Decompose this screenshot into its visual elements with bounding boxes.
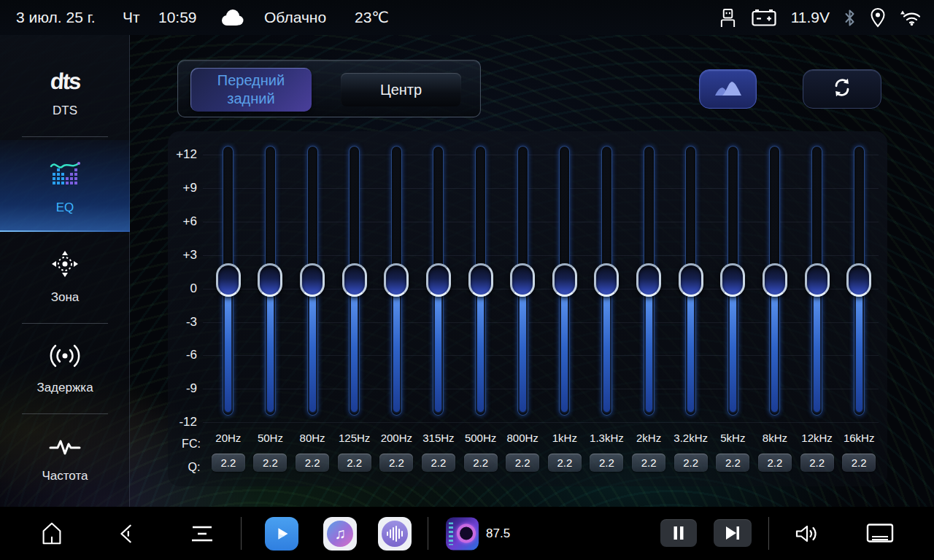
player-app-icon[interactable]	[265, 517, 298, 551]
eq-q-value-button[interactable]: 2.2	[842, 454, 876, 472]
voice-app-icon[interactable]	[378, 517, 412, 551]
sidebar-item-dts[interactable]: dts DTS	[0, 55, 130, 131]
zone-crosshair-icon	[50, 249, 80, 281]
eq-slider-knob[interactable]	[342, 263, 367, 297]
eq-slider-knob[interactable]	[552, 263, 577, 297]
eq-frequency-label: 16kHz	[838, 432, 880, 444]
eq-slider-track[interactable]	[685, 146, 696, 416]
next-track-button[interactable]	[714, 519, 752, 547]
waveform-icon	[49, 437, 81, 460]
eq-q-value-button[interactable]: 2.2	[590, 454, 623, 472]
sidebar-item-eq[interactable]: EQ	[0, 140, 130, 232]
music-app-icon[interactable]: ♫	[323, 517, 357, 551]
eq-slider-track[interactable]	[854, 146, 865, 416]
eq-slider-track[interactable]	[433, 146, 444, 416]
eq-slider-track[interactable]	[391, 146, 402, 416]
eq-slider-track[interactable]	[223, 146, 234, 416]
eq-slider-knob[interactable]	[679, 263, 703, 297]
speaker-tab-group: Передний задний Центр	[177, 60, 481, 117]
eq-preset-button[interactable]	[699, 69, 757, 109]
home-button[interactable]	[34, 520, 69, 548]
eq-q-value-button[interactable]: 2.2	[464, 454, 498, 472]
tab-front-rear[interactable]: Передний задний	[190, 68, 312, 112]
bottom-bar-divider	[428, 517, 428, 550]
volume-button[interactable]	[790, 524, 825, 543]
eq-q-value-button[interactable]: 2.2	[422, 454, 455, 472]
eq-band	[754, 146, 796, 416]
eq-slider-fill	[771, 295, 778, 412]
eq-slider-fill	[225, 295, 231, 412]
eq-slider-knob[interactable]	[216, 263, 241, 297]
eq-band	[628, 146, 670, 416]
eq-sliders	[207, 146, 880, 416]
eq-slider-track[interactable]	[349, 146, 360, 416]
eq-slider-knob[interactable]	[594, 263, 619, 297]
eq-frequency-label: 50Hz	[250, 432, 292, 444]
status-clock: 10:59	[158, 0, 197, 35]
eq-slider-track[interactable]	[265, 146, 276, 416]
radio-app-icon[interactable]	[446, 517, 479, 550]
play-icon	[265, 517, 298, 551]
menu-button[interactable]	[185, 523, 220, 545]
eq-q-value-button[interactable]: 2.2	[548, 454, 582, 472]
radio-dj-icon	[446, 517, 479, 550]
eq-q-value-button[interactable]: 2.2	[212, 454, 245, 472]
eq-slider-track[interactable]	[517, 146, 528, 416]
eq-slider-track[interactable]	[601, 146, 612, 416]
display-off-button[interactable]	[862, 523, 898, 544]
eq-q-cell: 2.2	[460, 454, 502, 472]
eq-slider-knob[interactable]	[258, 263, 282, 297]
usb-icon	[719, 7, 737, 28]
eq-slider-track[interactable]	[559, 146, 570, 416]
eq-q-value-button[interactable]: 2.2	[253, 454, 287, 472]
eq-q-cell: 2.2	[291, 454, 333, 472]
eq-slider-track[interactable]	[811, 146, 822, 416]
sidebar-item-label: Задержка	[36, 381, 93, 395]
eq-q-value-button[interactable]: 2.2	[296, 454, 329, 472]
eq-slider-knob[interactable]	[805, 263, 830, 297]
tab-center[interactable]: Центр	[341, 73, 461, 106]
eq-slider-knob[interactable]	[763, 263, 787, 297]
sidebar-item-delay[interactable]: Задержка	[0, 332, 130, 405]
eq-q-cell: 2.2	[417, 454, 460, 472]
eq-slider-knob[interactable]	[720, 263, 745, 297]
eq-slider-fill	[603, 295, 610, 412]
eq-slider-track[interactable]	[769, 146, 780, 416]
eq-scale-label: -6	[168, 348, 197, 362]
eq-slider-track[interactable]	[307, 146, 318, 416]
music-note-icon: ♫	[327, 521, 353, 547]
bottom-bar-divider	[241, 517, 242, 550]
eq-q-value-button[interactable]: 2.2	[800, 454, 834, 472]
eq-slider-fill	[687, 295, 694, 412]
eq-q-value-button[interactable]: 2.2	[758, 454, 792, 472]
eq-slider-knob[interactable]	[300, 263, 325, 297]
eq-slider-knob[interactable]	[636, 263, 661, 297]
eq-slider-track[interactable]	[727, 146, 738, 416]
sidebar-item-frequency[interactable]: Частота	[0, 424, 130, 497]
pause-button[interactable]	[660, 519, 697, 547]
eq-slider-knob[interactable]	[468, 263, 493, 297]
eq-q-value-button[interactable]: 2.2	[379, 454, 413, 472]
equalizer-icon	[49, 157, 81, 192]
eq-q-value-button[interactable]: 2.2	[338, 454, 371, 472]
eq-slider-knob[interactable]	[846, 263, 871, 297]
eq-scale-label: +3	[168, 248, 197, 262]
eq-reset-button[interactable]	[803, 69, 881, 109]
eq-q-value-button[interactable]: 2.2	[632, 454, 665, 472]
eq-q-value-button[interactable]: 2.2	[506, 454, 539, 472]
eq-slider-knob[interactable]	[510, 263, 535, 297]
eq-frequency-label: 3.2kHz	[670, 432, 712, 444]
sidebar-item-zone[interactable]: Зона	[0, 241, 130, 314]
eq-frequency-label: 80Hz	[291, 432, 333, 444]
eq-q-cell: 2.2	[712, 454, 754, 472]
eq-frequency-label: 1.3kHz	[586, 432, 628, 444]
sidebar: dts DTS	[0, 35, 130, 507]
eq-slider-knob[interactable]	[426, 263, 451, 297]
eq-q-value-button[interactable]: 2.2	[716, 454, 749, 472]
eq-q-value-button[interactable]: 2.2	[674, 454, 708, 472]
eq-slider-track[interactable]	[644, 146, 655, 416]
eq-slider-track[interactable]	[475, 146, 486, 416]
back-button[interactable]	[109, 520, 144, 548]
delay-signal-icon	[49, 343, 81, 372]
eq-slider-knob[interactable]	[384, 263, 409, 297]
